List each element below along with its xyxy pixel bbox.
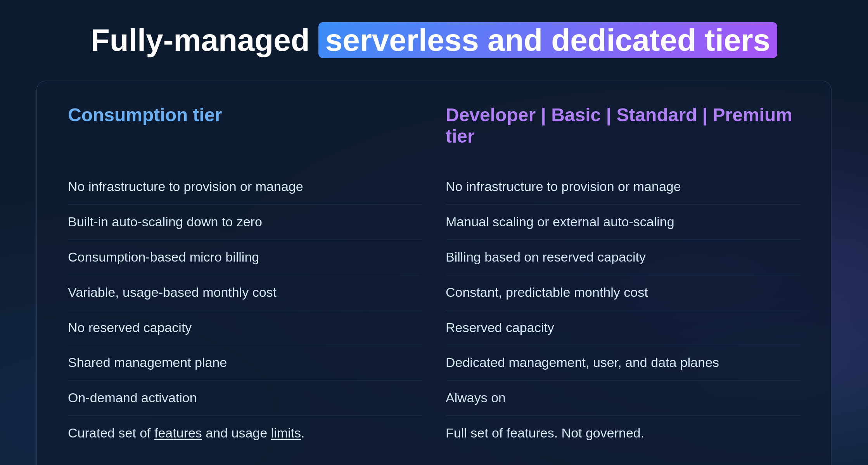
list-item-features-links: Curated set of features and usage limits… <box>68 416 422 451</box>
comparison-card: Consumption tier Developer | Basic | Sta… <box>36 81 832 465</box>
list-item: Variable, usage-based monthly cost <box>68 275 422 310</box>
list-item: Constant, predictable monthly cost <box>446 275 800 310</box>
list-item: On-demand activation <box>68 381 422 416</box>
list-item: No infrastructure to provision or manage <box>446 169 800 205</box>
list-item: Always on <box>446 381 800 416</box>
features-link[interactable]: features <box>154 425 202 440</box>
title-area: Fully-managed serverless and dedicated t… <box>31 23 837 57</box>
title-prefix: Fully-managed <box>91 23 318 57</box>
list-item: Reserved capacity <box>446 310 800 346</box>
right-feature-list: No infrastructure to provision or manage… <box>446 169 800 451</box>
left-feature-list: No infrastructure to provision or manage… <box>68 169 422 451</box>
list-item: Billing based on reserved capacity <box>446 240 800 275</box>
list-item: Shared management plane <box>68 345 422 381</box>
right-column-header: Developer | Basic | Standard | Premium t… <box>446 104 800 151</box>
limits-link[interactable]: limits <box>271 425 301 440</box>
list-item: No infrastructure to provision or manage <box>68 169 422 205</box>
list-item: Full set of features. Not governed. <box>446 416 800 451</box>
list-item: Built-in auto-scaling down to zero <box>68 205 422 240</box>
list-item: Dedicated management, user, and data pla… <box>446 345 800 381</box>
list-item: No reserved capacity <box>68 310 422 346</box>
list-item: Consumption-based micro billing <box>68 240 422 275</box>
page-title: Fully-managed serverless and dedicated t… <box>31 23 837 57</box>
title-highlight: serverless and dedicated tiers <box>318 22 777 58</box>
list-item: Manual scaling or external auto-scaling <box>446 205 800 240</box>
left-column-header: Consumption tier <box>68 104 422 151</box>
